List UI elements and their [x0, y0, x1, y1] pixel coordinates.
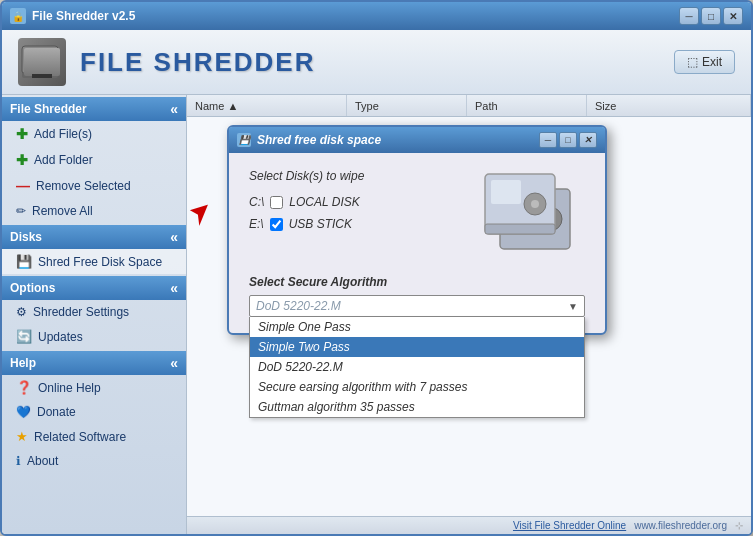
algo-dropdown-list: Simple One Pass Simple Two Pass DoD 5220… — [249, 317, 585, 418]
e-drive-label: USB STICK — [289, 217, 352, 231]
algo-option-simple-two-pass[interactable]: Simple Two Pass — [250, 337, 584, 357]
sidebar-item-add-folder[interactable]: ✚ Add Folder — [2, 147, 186, 173]
dialog-title-bar: 💾 Shred free disk space ─ □ ✕ — [229, 127, 605, 153]
related-software-label: Related Software — [34, 430, 126, 444]
sidebar-item-updates[interactable]: 🔄 Updates — [2, 324, 186, 349]
svg-point-3 — [45, 53, 55, 63]
close-button[interactable]: ✕ — [723, 7, 743, 25]
app-logo-icon — [18, 38, 66, 86]
sidebar-section-help: Help « — [2, 351, 186, 375]
add-files-icon: ✚ — [16, 126, 28, 142]
dialog-title-text: Shred free disk space — [257, 133, 539, 147]
file-shredder-collapse[interactable]: « — [170, 101, 178, 117]
shred-disk-label: Shred Free Disk Space — [38, 255, 162, 269]
header-bar: FILE SHREDDER ⬚ Exit — [2, 30, 751, 95]
c-drive-label: LOCAL DISK — [289, 195, 359, 209]
disks-collapse[interactable]: « — [170, 229, 178, 245]
add-folder-label: Add Folder — [34, 153, 93, 167]
svg-rect-13 — [485, 224, 555, 234]
sidebar-item-about[interactable]: ℹ About — [2, 449, 186, 473]
col-type-header: Type — [347, 95, 467, 116]
select-disk-label: Select Disk(s) to wipe — [249, 169, 459, 183]
updates-label: Updates — [38, 330, 83, 344]
sidebar-item-shred-free-disk[interactable]: 💾 Shred Free Disk Space — [2, 249, 186, 274]
c-drive-checkbox[interactable] — [270, 196, 283, 209]
sidebar-section-options: Options « — [2, 276, 186, 300]
sidebar-item-remove-selected[interactable]: — Remove Selected — [2, 173, 186, 199]
updates-icon: 🔄 — [16, 329, 32, 344]
visit-online-link[interactable]: Visit File Shredder Online — [513, 520, 626, 531]
algo-option-secure-7-passes[interactable]: Secure earsing algorithm with 7 passes — [250, 377, 584, 397]
algo-option-dod-5220[interactable]: DoD 5220-22.M — [250, 357, 584, 377]
file-list-header: Name ▲ Type Path Size — [187, 95, 751, 117]
svg-rect-1 — [26, 50, 46, 66]
disk-option-c: C:\ LOCAL DISK — [249, 195, 459, 209]
sidebar-section-file-shredder: File Shredder « — [2, 97, 186, 121]
options-section-label: Options — [10, 281, 55, 295]
disk-graphic-svg — [480, 169, 580, 259]
svg-rect-10 — [491, 180, 521, 204]
dialog-left-panel: Select Disk(s) to wipe C:\ LOCAL DISK E:… — [249, 169, 459, 259]
app-title: FILE SHREDDER — [80, 47, 315, 78]
online-help-label: Online Help — [38, 381, 101, 395]
main-content: FILE SHREDDER ⬚ Exit File Shredder « ✚ A… — [2, 30, 751, 534]
algo-current-value: DoD 5220-22.M — [256, 299, 341, 313]
about-label: About — [27, 454, 58, 468]
remove-all-icon: ✏ — [16, 204, 26, 218]
col-name-header: Name ▲ — [187, 95, 347, 116]
title-bar-buttons: ─ □ ✕ — [679, 7, 743, 25]
svg-point-12 — [531, 200, 539, 208]
add-folder-icon: ✚ — [16, 152, 28, 168]
settings-icon: ⚙ — [16, 305, 27, 319]
website-text: www.fileshredder.org — [634, 520, 727, 531]
exit-icon: ⬚ — [687, 55, 698, 69]
about-icon: ℹ — [16, 454, 21, 468]
exit-button[interactable]: ⬚ Exit — [674, 50, 735, 74]
sidebar-item-related-software[interactable]: ★ Related Software — [2, 424, 186, 449]
col-path-header: Path — [467, 95, 587, 116]
status-bar: Visit File Shredder Online www.fileshred… — [187, 516, 751, 534]
sidebar-item-online-help[interactable]: ❓ Online Help — [2, 375, 186, 400]
help-icon: ❓ — [16, 380, 32, 395]
algo-select-display[interactable]: DoD 5220-22.M ▼ — [249, 295, 585, 317]
donate-label: Donate — [37, 405, 76, 419]
svg-point-4 — [48, 56, 52, 60]
sidebar-item-donate[interactable]: 💙 Donate — [2, 400, 186, 424]
resize-grip: ⊹ — [735, 520, 743, 531]
shred-disk-icon: 💾 — [16, 254, 32, 269]
e-drive-checkbox[interactable] — [270, 218, 283, 231]
dialog-title-icon: 💾 — [237, 133, 251, 147]
maximize-button[interactable]: □ — [701, 7, 721, 25]
related-software-icon: ★ — [16, 429, 28, 444]
dialog-minimize-button[interactable]: ─ — [539, 132, 557, 148]
remove-selected-label: Remove Selected — [36, 179, 131, 193]
algo-option-guttman-35[interactable]: Guttman algorithm 35 passes — [250, 397, 584, 417]
dialog-maximize-button[interactable]: □ — [559, 132, 577, 148]
sidebar-item-remove-all[interactable]: ✏ Remove All — [2, 199, 186, 223]
sidebar-item-shredder-settings[interactable]: ⚙ Shredder Settings — [2, 300, 186, 324]
e-drive-label-text: E:\ — [249, 217, 264, 231]
dialog-close-button[interactable]: ✕ — [579, 132, 597, 148]
disks-section-label: Disks — [10, 230, 42, 244]
settings-label: Shredder Settings — [33, 305, 129, 319]
remove-selected-icon: — — [16, 178, 30, 194]
dialog-title-buttons: ─ □ ✕ — [539, 132, 597, 148]
algo-option-simple-one-pass[interactable]: Simple One Pass — [250, 317, 584, 337]
help-section-label: Help — [10, 356, 36, 370]
dialog-overlay: 💾 Shred free disk space ─ □ ✕ — [187, 117, 751, 516]
dialog-footer: Select Secure Algorithm DoD 5220-22.M ▼ … — [229, 275, 605, 333]
dialog-window: 💾 Shred free disk space ─ □ ✕ — [227, 125, 607, 335]
minimize-button[interactable]: ─ — [679, 7, 699, 25]
title-bar-icon: 🔒 — [10, 8, 26, 24]
help-collapse[interactable]: « — [170, 355, 178, 371]
sidebar-section-disks: Disks « — [2, 225, 186, 249]
dialog-body: Select Disk(s) to wipe C:\ LOCAL DISK E:… — [229, 153, 605, 275]
col-size-header: Size — [587, 95, 751, 116]
sidebar-item-add-files[interactable]: ✚ Add File(s) — [2, 121, 186, 147]
title-bar: 🔒 File Shredder v2.5 ─ □ ✕ — [2, 2, 751, 30]
title-bar-title: File Shredder v2.5 — [32, 9, 679, 23]
algo-label: Select Secure Algorithm — [249, 275, 585, 289]
disk-option-e: E:\ USB STICK — [249, 217, 459, 231]
options-collapse[interactable]: « — [170, 280, 178, 296]
body-split: File Shredder « ✚ Add File(s) ✚ Add Fold… — [2, 95, 751, 534]
